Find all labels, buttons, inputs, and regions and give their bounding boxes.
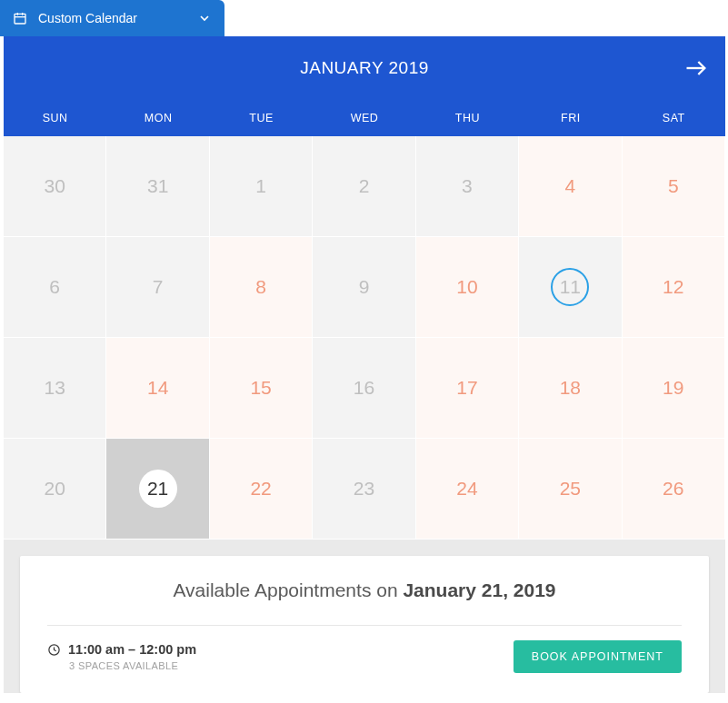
day-cell[interactable]: 30 bbox=[4, 136, 106, 237]
day-cell[interactable]: 24 bbox=[416, 439, 519, 540]
day-cell[interactable]: 16 bbox=[313, 338, 415, 439]
day-cell[interactable]: 13 bbox=[4, 338, 106, 439]
day-cell[interactable]: 23 bbox=[313, 439, 415, 540]
day-cell[interactable]: 19 bbox=[623, 338, 725, 439]
day-number: 22 bbox=[250, 478, 271, 500]
day-cell[interactable]: 18 bbox=[519, 338, 622, 439]
chevron-down-icon bbox=[197, 11, 212, 25]
day-number: 20 bbox=[45, 478, 65, 500]
day-cell[interactable]: 9 bbox=[313, 237, 415, 338]
day-number: 14 bbox=[147, 377, 168, 399]
month-header: JANUARY 2019 bbox=[4, 36, 725, 100]
day-number: 17 bbox=[456, 377, 477, 399]
today-ring: 11 bbox=[551, 268, 589, 306]
day-number: 5 bbox=[668, 175, 679, 197]
day-number: 15 bbox=[250, 377, 271, 399]
day-cell[interactable]: 3 bbox=[416, 136, 519, 237]
day-number: 9 bbox=[359, 276, 370, 298]
day-number: 7 bbox=[153, 276, 164, 298]
day-number: 8 bbox=[255, 276, 266, 298]
appointments-area: Available Appointments on January 21, 20… bbox=[4, 540, 725, 693]
weekday-header: MON bbox=[106, 100, 209, 136]
month-title: JANUARY 2019 bbox=[4, 58, 725, 78]
day-cell[interactable]: 6 bbox=[4, 237, 106, 338]
day-cell[interactable]: 5 bbox=[623, 136, 725, 237]
weekday-header-row: SUN MON TUE WED THU FRI SAT bbox=[4, 100, 725, 136]
appointments-panel: Available Appointments on January 21, 20… bbox=[20, 556, 709, 693]
day-number: 31 bbox=[147, 175, 168, 197]
day-number: 24 bbox=[456, 478, 477, 500]
svg-rect-0 bbox=[15, 14, 25, 24]
calendar: JANUARY 2019 SUN MON TUE WED THU FRI SAT… bbox=[4, 36, 725, 693]
day-cell[interactable]: 11 bbox=[519, 237, 622, 338]
weekday-header: SAT bbox=[623, 100, 725, 136]
day-number: 13 bbox=[45, 377, 65, 399]
slot-spaces: 3 SPACES AVAILABLE bbox=[69, 660, 196, 671]
day-cell[interactable]: 17 bbox=[416, 338, 519, 439]
appointments-title-prefix: Available Appointments on bbox=[173, 579, 403, 600]
day-cell[interactable]: 20 bbox=[4, 439, 106, 540]
day-cell[interactable]: 31 bbox=[106, 136, 209, 237]
calendar-grid: 3031123456789101112131415161718192021222… bbox=[4, 136, 725, 540]
day-cell[interactable]: 22 bbox=[210, 439, 313, 540]
day-number: 30 bbox=[45, 175, 65, 197]
day-cell[interactable]: 10 bbox=[416, 237, 519, 338]
day-number: 16 bbox=[354, 377, 374, 399]
day-number: 12 bbox=[663, 276, 683, 298]
calendar-type-dropdown[interactable]: Custom Calendar bbox=[0, 0, 224, 36]
day-cell[interactable]: 1 bbox=[210, 136, 313, 237]
weekday-header: SUN bbox=[4, 100, 106, 136]
day-cell[interactable]: 2 bbox=[313, 136, 415, 237]
day-number: 1 bbox=[255, 175, 266, 197]
day-cell[interactable]: 12 bbox=[623, 237, 725, 338]
day-cell[interactable]: 4 bbox=[519, 136, 622, 237]
book-appointment-button[interactable]: BOOK APPOINTMENT bbox=[514, 640, 682, 673]
day-number: 19 bbox=[663, 377, 683, 399]
weekday-header: WED bbox=[313, 100, 415, 136]
appointments-title-date: January 21, 2019 bbox=[403, 579, 555, 600]
day-number: 23 bbox=[354, 478, 374, 500]
appointment-slot: 11:00 am – 12:00 pm 3 SPACES AVAILABLE B… bbox=[47, 625, 682, 673]
weekday-header: THU bbox=[416, 100, 519, 136]
day-cell[interactable]: 15 bbox=[210, 338, 313, 439]
calendar-icon bbox=[13, 11, 27, 25]
day-number: 10 bbox=[456, 276, 477, 298]
day-number: 6 bbox=[49, 276, 60, 298]
calendar-type-label: Custom Calendar bbox=[38, 11, 137, 25]
day-number: 18 bbox=[560, 377, 581, 399]
day-number: 4 bbox=[565, 175, 576, 197]
day-cell[interactable]: 8 bbox=[210, 237, 313, 338]
day-cell[interactable]: 25 bbox=[519, 439, 622, 540]
slot-time: 11:00 am – 12:00 pm bbox=[68, 642, 196, 657]
weekday-header: FRI bbox=[519, 100, 622, 136]
day-cell[interactable]: 14 bbox=[106, 338, 209, 439]
next-month-button[interactable] bbox=[683, 55, 709, 81]
clock-icon bbox=[47, 643, 61, 657]
day-cell[interactable]: 21 bbox=[106, 439, 209, 540]
appointments-title: Available Appointments on January 21, 20… bbox=[47, 579, 682, 601]
day-number: 25 bbox=[560, 478, 581, 500]
day-number: 26 bbox=[663, 478, 683, 500]
day-number: 3 bbox=[462, 175, 473, 197]
day-cell[interactable]: 7 bbox=[106, 237, 209, 338]
weekday-header: TUE bbox=[210, 100, 313, 136]
day-number: 2 bbox=[359, 175, 370, 197]
selected-day-circle: 21 bbox=[139, 470, 177, 508]
day-cell[interactable]: 26 bbox=[623, 439, 725, 540]
